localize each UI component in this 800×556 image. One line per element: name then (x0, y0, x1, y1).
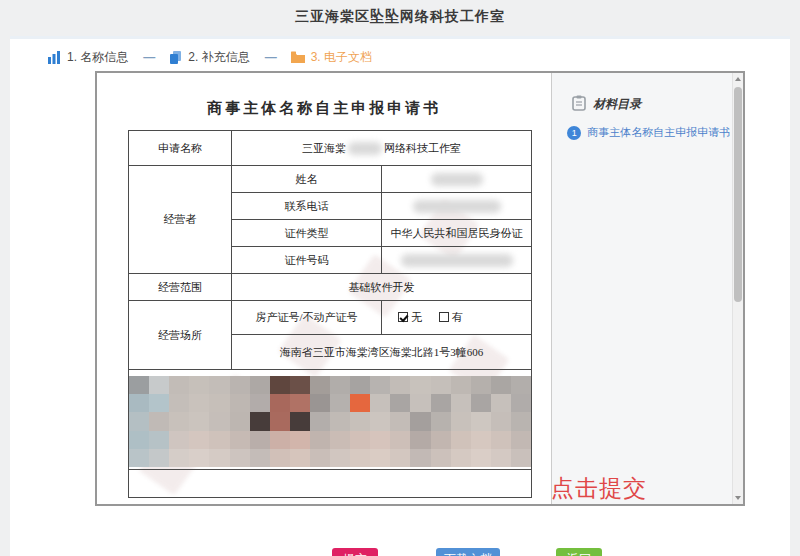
mosaic-cell (209, 376, 229, 394)
download-document-button[interactable]: 下载文档 (436, 548, 500, 556)
mosaic-cell (270, 394, 290, 412)
step-electronic-document[interactable]: 3. 电子文档 (291, 49, 372, 66)
table-row: 申请名称 三亚海棠网络科技工作室 (129, 131, 532, 166)
mosaic-cell (390, 376, 410, 394)
mosaic-cell (169, 394, 189, 412)
mosaic-cell (290, 431, 310, 449)
scroll-up-icon[interactable] (735, 77, 741, 81)
name-label: 姓名 (232, 166, 382, 193)
mosaic-cell (350, 376, 370, 394)
documents-icon (169, 51, 182, 64)
step-supplement-info[interactable]: 2. 补充信息 (169, 49, 249, 66)
mosaic-cell (330, 394, 350, 412)
scrollbar-thumb[interactable] (734, 87, 742, 302)
mosaic-cell (310, 394, 330, 412)
mosaic-cell (149, 376, 169, 394)
redacted-value (431, 173, 483, 186)
mosaic-cell (511, 376, 531, 394)
mosaic-cell (451, 412, 471, 430)
scroll-down-icon[interactable] (735, 496, 741, 500)
mosaic-cell (390, 394, 410, 412)
step-label: 3. 电子文档 (311, 49, 372, 66)
application-form-table: 申请名称 三亚海棠网络科技工作室 经营者 姓名 联系电话 证件类型 中华人民共和… (128, 130, 532, 498)
step-name-info[interactable]: 1. 名称信息 (48, 49, 128, 66)
mosaic-cell (491, 431, 511, 449)
mosaic-cell (410, 412, 430, 430)
business-scope-label: 经营范围 (129, 274, 232, 301)
materials-item[interactable]: 1 商事主体名称自主申报申请书 (567, 125, 730, 140)
mosaic-cell (149, 412, 169, 430)
click-submit-annotation: 点击提交 (551, 473, 647, 504)
mosaic-cell (189, 431, 209, 449)
phone-label: 联系电话 (232, 193, 382, 220)
checkbox-checked-icon (398, 312, 408, 322)
table-row: 经营场所 房产证号/不动产证号 无 有 (129, 301, 532, 335)
mosaic-cell (250, 376, 270, 394)
business-scope-value: 基础软件开发 (232, 274, 532, 301)
step-label: 2. 补充信息 (188, 49, 249, 66)
mosaic-cell (410, 394, 430, 412)
mosaic-cell (270, 376, 290, 394)
mosaic-cell (431, 412, 451, 430)
materials-header-label: 材料目录 (593, 96, 641, 113)
mosaic-cell (451, 431, 471, 449)
mosaic-cell (129, 431, 149, 449)
document-title: 商事主体名称自主申报申请书 (97, 99, 551, 118)
mosaic-cell (330, 412, 350, 430)
mosaic-cell (230, 431, 250, 449)
action-buttons: 提交 下载文档 返回 (332, 548, 602, 556)
operator-label: 经营者 (129, 166, 232, 274)
mosaic-cell (290, 412, 310, 430)
cert-type-value: 中华人民共和国居民身份证 (382, 220, 532, 247)
mosaic-cell (209, 431, 229, 449)
mosaic-cell (290, 449, 310, 467)
censored-signature-cell (129, 370, 532, 470)
checkbox-none-label: 无 (411, 311, 422, 323)
step-separator: — (265, 50, 276, 64)
cert-no-label: 证件号码 (232, 247, 382, 274)
mosaic-cell (169, 376, 189, 394)
redacted-value (348, 142, 382, 155)
mosaic-cell (209, 449, 229, 467)
application-name-value: 三亚海棠网络科技工作室 (232, 131, 532, 166)
mosaic-cell (169, 449, 189, 467)
mosaic-cell (290, 376, 310, 394)
vertical-scrollbar[interactable] (732, 73, 743, 504)
mosaic-cell (209, 394, 229, 412)
cert-no-value (382, 247, 532, 274)
back-button[interactable]: 返回 (556, 548, 602, 556)
submit-button[interactable]: 提交 (332, 548, 378, 556)
mosaic-cell (149, 431, 169, 449)
mosaic-cell (230, 376, 250, 394)
mosaic-cell (511, 449, 531, 467)
mosaic-cell (431, 431, 451, 449)
mosaic-cell (250, 449, 270, 467)
steps-bar: 1. 名称信息 — 2. 补充信息 — 3. 电子文档 (48, 47, 372, 67)
step-label: 1. 名称信息 (67, 49, 128, 66)
mosaic-cell (451, 376, 471, 394)
mosaic-cell (270, 449, 290, 467)
mosaic-cell (511, 394, 531, 412)
empty-cell (129, 470, 532, 498)
mosaic-cell (410, 376, 430, 394)
property-cert-value: 无 有 (382, 301, 532, 335)
bar-chart-icon (48, 51, 61, 64)
redacted-value (401, 254, 513, 267)
checkbox-none-group: 无 (398, 310, 422, 325)
mosaic-cell (169, 431, 189, 449)
mosaic-cell (330, 376, 350, 394)
mosaic-cell (310, 449, 330, 467)
mosaic-cell (390, 449, 410, 467)
mosaic-cell (129, 449, 149, 467)
mosaic-cell (370, 394, 390, 412)
phone-value (382, 193, 532, 220)
property-cert-label: 房产证号/不动产证号 (232, 301, 382, 335)
redacted-value (413, 200, 501, 213)
mosaic-cell (511, 412, 531, 430)
mosaic-cell (410, 431, 430, 449)
mosaic-cell (350, 394, 370, 412)
document-page: 商事主体名称自主申报申请书 申请名称 三亚海棠网络科技工作室 经营者 姓名 联系… (97, 73, 552, 504)
mosaic-cell (390, 412, 410, 430)
mosaic-cell (310, 412, 330, 430)
mosaic-cell (250, 394, 270, 412)
